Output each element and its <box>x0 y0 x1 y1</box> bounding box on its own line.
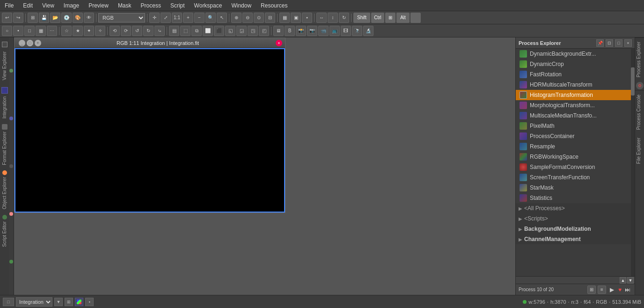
zoom-in-button[interactable]: + <box>183 13 193 23</box>
square-tool[interactable]: □ <box>24 26 35 36</box>
menu-resources[interactable]: Resources <box>256 1 292 10</box>
menu-file[interactable]: File <box>0 1 18 10</box>
category-backgroundmodelization[interactable]: ▶ BackgroundModelization <box>516 224 635 234</box>
menu-script[interactable]: Script <box>166 1 190 10</box>
preview-button[interactable]: ⊞ <box>65 298 73 306</box>
process-end-button[interactable]: ⏭ <box>623 286 632 294</box>
color-button[interactable]: 🎨 <box>73 13 83 23</box>
menu-image[interactable]: Image <box>59 1 84 10</box>
tool-c9[interactable]: ◰ <box>259 26 269 36</box>
process-grid-view-button[interactable]: ⊞ <box>587 286 596 294</box>
process-item-dynamicbg[interactable]: DynamicBackgroundExtr... <box>516 49 635 59</box>
process-play-button[interactable]: ▶ <box>608 286 616 294</box>
process-item-histogramtransformation[interactable]: HistogramTransformation <box>516 90 635 100</box>
pe-detach-button[interactable]: ⊡ <box>606 39 613 47</box>
process-item-morphological[interactable]: MorphologicalTransform... <box>516 100 635 110</box>
category-scripts[interactable]: ▶ <Scripts> <box>516 213 635 224</box>
tab-process-explorer[interactable]: Process Explorer <box>635 37 644 81</box>
tool-c6[interactable]: ◱ <box>225 26 235 36</box>
process-item-processcontainer[interactable]: ProcessContainer <box>516 131 635 141</box>
menu-mask[interactable]: Mask <box>113 1 136 10</box>
tool-c2[interactable]: ⬚ <box>180 26 190 36</box>
menu-view[interactable]: View <box>37 1 59 10</box>
process-item-starmask[interactable]: StarMask <box>516 183 635 193</box>
view-options-button[interactable]: ▼ <box>54 298 63 306</box>
tool-c5[interactable]: ⬛ <box>214 26 224 36</box>
tool-d9[interactable]: 🔬 <box>363 26 373 36</box>
dashes-tool[interactable]: ⋯ <box>47 26 57 36</box>
tool-d1[interactable]: 🖥 <box>273 26 284 36</box>
menu-workspace[interactable]: Workspace <box>190 1 227 10</box>
zoom-out2-button[interactable]: ⊖ <box>242 13 253 23</box>
playback-indicator[interactable] <box>523 300 527 304</box>
view-dropdown[interactable]: Integration <box>16 297 52 307</box>
tool-b4[interactable]: ↻ <box>143 26 154 36</box>
script-editor-tab[interactable]: Script Editor <box>1 220 8 249</box>
process-item-statistics[interactable]: Statistics <box>516 193 635 203</box>
save-button[interactable]: 💾 <box>39 13 49 23</box>
tool-b3[interactable]: ↺ <box>132 26 142 36</box>
process-item-sampleformatconversion[interactable]: SampleFormatConversion <box>516 162 635 172</box>
zoom-mag-button[interactable]: 🔍 <box>205 13 216 23</box>
tool-a4[interactable]: ✧ <box>95 26 105 36</box>
color-mode-dropdown[interactable]: RGB Grayscale <box>98 13 145 22</box>
grid-tool[interactable]: ▦ <box>36 26 46 36</box>
tool-d4[interactable]: 📷 <box>307 26 317 36</box>
zoom-fit-button[interactable]: ⤢ <box>161 13 171 23</box>
tool-d3[interactable]: 📸 <box>296 26 306 36</box>
color-preview-button[interactable]: ▪ <box>85 298 94 306</box>
tool-a3[interactable]: ✦ <box>84 26 94 36</box>
tool-c4[interactable]: ⬜ <box>203 26 213 36</box>
view-button[interactable]: 👁 <box>84 13 94 23</box>
scroll-down-button[interactable]: ▼ <box>627 277 634 284</box>
tool-a1[interactable]: ☆ <box>61 26 72 36</box>
save-as-button[interactable]: 💽 <box>61 13 72 23</box>
tab-file-explorer[interactable]: File Explorer <box>635 134 644 168</box>
pe-close-button[interactable]: × <box>624 39 632 47</box>
zoom-11-button[interactable]: 1:1 <box>172 13 182 23</box>
window-close-button[interactable]: × <box>276 40 282 46</box>
process-list-scrollbar-thumb[interactable] <box>631 67 635 95</box>
redo-button[interactable]: ↪ <box>13 13 23 23</box>
tab-process-console[interactable]: Process Console <box>635 90 644 134</box>
tool-d8[interactable]: 🔭 <box>352 26 362 36</box>
tool-c7[interactable]: ◲ <box>236 26 247 36</box>
tool-d6[interactable]: 📺 <box>329 26 340 36</box>
zoom-fit2-button[interactable]: ⊟ <box>265 13 275 23</box>
gear-icon[interactable]: ⚙ <box>636 82 644 89</box>
minimize-button[interactable]: ▪ <box>302 13 312 23</box>
flip-v-button[interactable]: ↕ <box>328 13 338 23</box>
process-list-view-button[interactable]: ≡ <box>598 286 606 294</box>
crosshair-button[interactable]: ✛ <box>149 13 160 23</box>
select-tool-button[interactable]: ↖ <box>217 13 227 23</box>
tool-c3[interactable]: ⧉ <box>191 26 202 36</box>
process-item-resample[interactable]: Resample <box>516 141 635 152</box>
flip-h-button[interactable]: ↔ <box>316 13 327 23</box>
tool-b5[interactable]: ⤿ <box>154 26 165 36</box>
new-window-button[interactable]: ⊞ <box>28 13 38 23</box>
process-item-fastrotation[interactable]: FastRotation <box>516 69 635 80</box>
process-item-dynamiccrop[interactable]: DynamicCrop <box>516 59 635 69</box>
rotate-button[interactable]: ↻ <box>339 13 349 23</box>
window-maximize-button[interactable]: + <box>35 40 41 46</box>
category-all-processes[interactable]: ▶ <All Processes> <box>516 203 635 213</box>
dot-tool[interactable]: • <box>13 26 23 36</box>
tool-c8[interactable]: ◳ <box>248 26 258 36</box>
zoom-exact-button[interactable]: ⊙ <box>254 13 264 23</box>
tool-d2[interactable]: B <box>285 26 295 36</box>
tool-d7[interactable]: 🎞 <box>341 26 351 36</box>
pe-pin-button[interactable]: 📌 <box>596 39 604 47</box>
window-minimize-button[interactable]: _ <box>19 40 25 46</box>
process-item-rgbworkingspace[interactable]: RGBWorkingSpace <box>516 152 635 162</box>
scroll-up-button[interactable]: ▲ <box>620 277 626 284</box>
process-list-scrollbar[interactable] <box>631 49 635 276</box>
zoom-out-button[interactable]: − <box>194 13 205 23</box>
menu-preview[interactable]: Preview <box>84 1 113 10</box>
format-explorer-tab[interactable]: Format Explorer <box>1 130 8 167</box>
view-explorer-tab[interactable]: View Explorer <box>1 50 8 82</box>
process-item-pixelmath[interactable]: PixelMath <box>516 121 635 131</box>
undo-button[interactable]: ↩ <box>2 13 12 23</box>
pe-maximize-button[interactable]: □ <box>615 39 622 47</box>
menu-process[interactable]: Process <box>136 1 166 10</box>
process-item-screentransfer[interactable]: ScreenTransferFunction <box>516 172 635 183</box>
